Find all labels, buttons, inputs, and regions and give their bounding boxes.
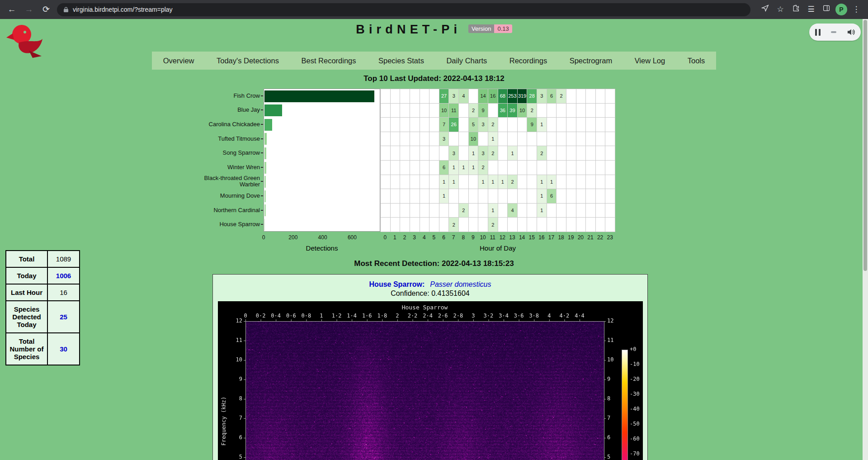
heatmap-cell xyxy=(420,189,430,204)
axis-tickmark xyxy=(261,124,263,125)
side-panel-icon[interactable] xyxy=(820,3,833,16)
heatmap-cell xyxy=(576,218,586,232)
hour-axis-tick: 23 xyxy=(607,234,613,241)
nav-item-species-stats[interactable]: Species Stats xyxy=(374,53,429,69)
heatmap-cell xyxy=(557,204,566,218)
nav-item-today-s-detections[interactable]: Today's Detections xyxy=(212,53,283,69)
heatmap-cell xyxy=(586,89,596,104)
heatmap-cell xyxy=(518,161,528,175)
heatmap-cell xyxy=(410,204,420,218)
nav-item-overview[interactable]: Overview xyxy=(159,53,199,69)
heatmap-cell xyxy=(469,175,479,190)
nav-item-best-recordings[interactable]: Best Recordings xyxy=(297,53,360,69)
species-label: House Sparrow xyxy=(184,217,260,232)
menu-kebab-icon[interactable]: ⋮ xyxy=(850,3,863,16)
profile-avatar[interactable]: P xyxy=(835,4,847,15)
heatmap-cell xyxy=(576,89,586,104)
heatmap-cell: 1 xyxy=(498,175,508,190)
heatmap-cell xyxy=(508,218,518,232)
heatmap-cell xyxy=(557,175,566,190)
scrollbar-thumb[interactable] xyxy=(863,20,867,271)
heatmap-cell xyxy=(537,161,547,175)
heatmap-cell: 6 xyxy=(547,89,557,104)
detections-bar xyxy=(264,133,267,145)
heatmap-cell xyxy=(429,218,439,232)
reading-list-icon[interactable]: ☰ xyxy=(805,3,817,16)
nav-item-tools[interactable]: Tools xyxy=(683,53,710,69)
bar-axis-tick: 400 xyxy=(318,234,327,241)
send-icon[interactable] xyxy=(759,3,771,16)
heatmap-cell xyxy=(547,218,557,232)
hourly-heatmap: 2734141668253319283621011293639102726532… xyxy=(380,89,615,232)
stats-value[interactable]: 25 xyxy=(47,301,80,333)
back-icon[interactable]: ← xyxy=(5,3,18,16)
bookmark-star-icon[interactable]: ☆ xyxy=(774,3,787,16)
audio-player[interactable] xyxy=(809,24,861,41)
heatmap-cell xyxy=(449,132,459,147)
hour-axis-tick: 8 xyxy=(462,234,465,241)
address-bar[interactable]: virginia.birdnetpi.com/?stream=play xyxy=(57,3,750,16)
reload-icon[interactable]: ⟳ xyxy=(40,3,52,16)
heatmap-cell xyxy=(478,204,488,218)
heatmap-cell xyxy=(547,132,557,147)
audio-scrubber[interactable] xyxy=(831,31,836,33)
heatmap-cell xyxy=(381,146,391,161)
extensions-icon[interactable] xyxy=(789,3,802,16)
page-scrollbar[interactable] xyxy=(863,19,868,460)
heatmap-cell xyxy=(547,104,557,118)
heatmap-cell xyxy=(566,104,576,118)
heatmap-cell xyxy=(410,89,420,104)
heatmap-cell xyxy=(586,161,596,175)
nav-item-daily-charts[interactable]: Daily Charts xyxy=(442,53,491,69)
heatmap-cell xyxy=(410,218,420,232)
volume-icon[interactable] xyxy=(847,28,855,36)
heatmap-cell: 1 xyxy=(439,175,449,190)
heatmap-cell xyxy=(459,118,469,132)
stats-row: Total Number of Species30 xyxy=(6,333,80,365)
hour-axis-tick: 18 xyxy=(558,234,564,241)
bar-axis-tick: 600 xyxy=(348,234,357,241)
nav-item-view-log[interactable]: View Log xyxy=(630,53,670,69)
heatmap-cell xyxy=(400,118,410,132)
axis-tickmark xyxy=(261,224,263,225)
heatmap-cell: 2 xyxy=(449,218,459,232)
species-common-link[interactable]: House Sparrow: xyxy=(369,280,425,288)
heatmap-cell: 1 xyxy=(478,175,488,190)
heatmap-cell: 26 xyxy=(449,118,459,132)
heatmap-cell xyxy=(439,218,449,232)
detections-bar xyxy=(264,147,266,159)
heatmap-cell xyxy=(410,175,420,190)
hour-axis-tick: 19 xyxy=(568,234,574,241)
heatmap-cell xyxy=(439,146,449,161)
stats-label: Species Detected Today xyxy=(6,301,47,333)
heatmap-cell xyxy=(400,204,410,218)
stats-value[interactable]: 1006 xyxy=(47,267,80,284)
heatmap-cell: 2 xyxy=(537,146,547,161)
heatmap-cell xyxy=(537,218,547,232)
forward-icon[interactable]: → xyxy=(23,3,35,16)
heatmap-cell xyxy=(410,132,420,147)
heatmap-cell xyxy=(420,89,430,104)
hour-axis-tick: 9 xyxy=(472,234,475,241)
pause-icon[interactable] xyxy=(815,29,821,36)
nav-item-recordings[interactable]: Recordings xyxy=(505,53,552,69)
heatmap-cell xyxy=(381,218,391,232)
detection-box: House Sparrow:Passer domesticus Confiden… xyxy=(212,274,648,460)
heatmap-cell xyxy=(449,204,459,218)
nav-item-spectrogram[interactable]: Spectrogram xyxy=(565,53,617,69)
heatmap-cell xyxy=(605,204,615,218)
heatmap-cell xyxy=(557,161,566,175)
heatmap-cell: 28 xyxy=(527,89,537,104)
detections-bar xyxy=(264,176,266,188)
heatmap-cell: 1 xyxy=(449,175,459,190)
heatmap-cell xyxy=(469,218,479,232)
heatmap-cell: 2 xyxy=(488,218,498,232)
heatmap-cell xyxy=(537,132,547,147)
heatmap-cell xyxy=(381,89,391,104)
spectrogram-image xyxy=(218,301,643,460)
heatmap-cell xyxy=(596,204,606,218)
heatmap-cell xyxy=(557,146,566,161)
heatmap-cell xyxy=(566,218,576,232)
stats-value[interactable]: 30 xyxy=(47,333,80,365)
axis-tickmark xyxy=(261,210,263,211)
